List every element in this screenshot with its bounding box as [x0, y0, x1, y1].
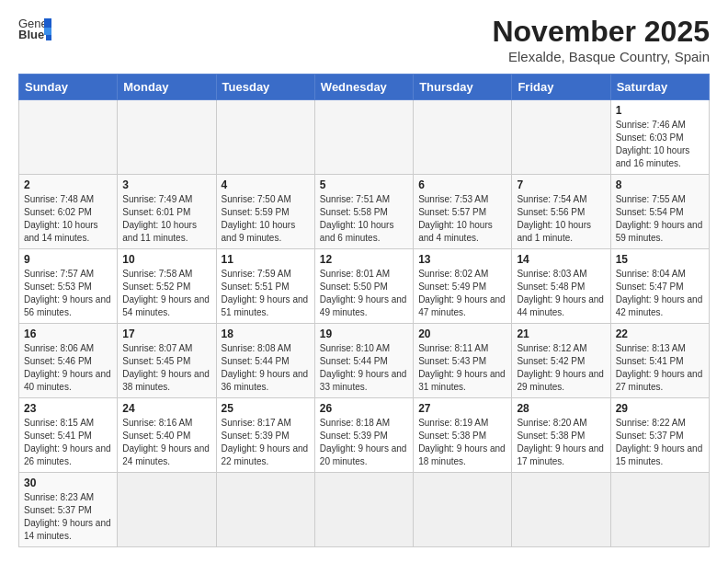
calendar-week-row: 2Sunrise: 7:48 AM Sunset: 6:02 PM Daylig… [19, 175, 710, 249]
svg-marker-3 [44, 28, 51, 35]
month-year: November 2025 [492, 15, 710, 49]
day-info: Sunrise: 7:55 AM Sunset: 5:54 PM Dayligh… [616, 193, 704, 245]
day-number: 15 [616, 253, 704, 266]
calendar-cell: 18Sunrise: 8:08 AM Sunset: 5:44 PM Dayli… [216, 324, 314, 398]
day-number: 2 [24, 178, 112, 191]
day-info: Sunrise: 7:48 AM Sunset: 6:02 PM Dayligh… [24, 193, 112, 245]
day-info: Sunrise: 7:58 AM Sunset: 5:52 PM Dayligh… [122, 268, 210, 319]
header: General Blue November 2025 Elexalde, Bas… [18, 15, 710, 64]
calendar-cell: 17Sunrise: 8:07 AM Sunset: 5:45 PM Dayli… [118, 324, 216, 398]
svg-marker-2 [44, 18, 51, 28]
day-info: Sunrise: 8:22 AM Sunset: 5:37 PM Dayligh… [616, 417, 704, 468]
day-number: 28 [517, 402, 605, 415]
calendar-cell: 2Sunrise: 7:48 AM Sunset: 6:02 PM Daylig… [19, 175, 118, 249]
day-info: Sunrise: 8:04 AM Sunset: 5:47 PM Dayligh… [616, 268, 704, 319]
calendar-cell [414, 100, 512, 175]
svg-marker-4 [46, 35, 51, 40]
calendar-cell: 12Sunrise: 8:01 AM Sunset: 5:50 PM Dayli… [314, 249, 413, 324]
day-number: 20 [418, 327, 506, 340]
day-number: 3 [122, 178, 210, 191]
weekday-header-sunday: Sunday [19, 75, 118, 100]
day-info: Sunrise: 8:23 AM Sunset: 5:37 PM Dayligh… [24, 491, 112, 543]
logo: General Blue [18, 15, 51, 40]
weekday-header-thursday: Thursday [414, 75, 512, 100]
calendar-cell [314, 473, 413, 547]
day-info: Sunrise: 8:10 AM Sunset: 5:44 PM Dayligh… [320, 342, 408, 394]
calendar-cell: 3Sunrise: 7:49 AM Sunset: 6:01 PM Daylig… [118, 175, 216, 249]
day-info: Sunrise: 8:11 AM Sunset: 5:43 PM Dayligh… [418, 342, 506, 394]
calendar-cell: 25Sunrise: 8:17 AM Sunset: 5:39 PM Dayli… [216, 398, 314, 473]
day-info: Sunrise: 8:18 AM Sunset: 5:39 PM Dayligh… [320, 417, 408, 468]
weekday-header-friday: Friday [512, 75, 610, 100]
weekday-header-row: SundayMondayTuesdayWednesdayThursdayFrid… [19, 75, 710, 100]
calendar-cell: 21Sunrise: 8:12 AM Sunset: 5:42 PM Dayli… [512, 324, 610, 398]
calendar-cell: 22Sunrise: 8:13 AM Sunset: 5:41 PM Dayli… [610, 324, 709, 398]
day-number: 7 [517, 178, 605, 191]
calendar-cell: 15Sunrise: 8:04 AM Sunset: 5:47 PM Dayli… [610, 249, 709, 324]
day-number: 23 [24, 402, 112, 415]
day-info: Sunrise: 8:13 AM Sunset: 5:41 PM Dayligh… [616, 342, 704, 394]
calendar-cell: 1Sunrise: 7:46 AM Sunset: 6:03 PM Daylig… [610, 100, 709, 175]
title-block: November 2025 Elexalde, Basque Country, … [492, 15, 710, 64]
calendar-cell: 9Sunrise: 7:57 AM Sunset: 5:53 PM Daylig… [19, 249, 118, 324]
weekday-header-saturday: Saturday [610, 75, 709, 100]
day-number: 25 [222, 402, 310, 415]
day-info: Sunrise: 7:57 AM Sunset: 5:53 PM Dayligh… [24, 268, 112, 319]
day-info: Sunrise: 8:07 AM Sunset: 5:45 PM Dayligh… [122, 342, 210, 394]
calendar-cell [118, 100, 216, 175]
calendar-cell: 23Sunrise: 8:15 AM Sunset: 5:41 PM Dayli… [19, 398, 118, 473]
day-number: 22 [616, 327, 704, 340]
calendar-cell [414, 473, 512, 547]
day-number: 13 [418, 253, 506, 266]
day-number: 4 [222, 178, 310, 191]
day-number: 11 [222, 253, 310, 266]
day-number: 10 [122, 253, 210, 266]
day-info: Sunrise: 8:03 AM Sunset: 5:48 PM Dayligh… [517, 268, 605, 319]
day-number: 14 [517, 253, 605, 266]
calendar-cell: 4Sunrise: 7:50 AM Sunset: 5:59 PM Daylig… [216, 175, 314, 249]
day-info: Sunrise: 7:53 AM Sunset: 5:57 PM Dayligh… [418, 193, 506, 245]
day-info: Sunrise: 8:19 AM Sunset: 5:38 PM Dayligh… [418, 417, 506, 468]
day-number: 17 [122, 327, 210, 340]
day-number: 5 [320, 178, 408, 191]
calendar-cell [118, 473, 216, 547]
calendar-week-row: 16Sunrise: 8:06 AM Sunset: 5:46 PM Dayli… [19, 324, 710, 398]
calendar-cell: 11Sunrise: 7:59 AM Sunset: 5:51 PM Dayli… [216, 249, 314, 324]
calendar-cell: 20Sunrise: 8:11 AM Sunset: 5:43 PM Dayli… [414, 324, 512, 398]
calendar-cell: 6Sunrise: 7:53 AM Sunset: 5:57 PM Daylig… [414, 175, 512, 249]
calendar-cell: 8Sunrise: 7:55 AM Sunset: 5:54 PM Daylig… [610, 175, 709, 249]
weekday-header-wednesday: Wednesday [314, 75, 413, 100]
day-number: 26 [320, 402, 408, 415]
calendar-cell [512, 473, 610, 547]
calendar-cell [512, 100, 610, 175]
day-number: 9 [24, 253, 112, 266]
calendar-week-row: 9Sunrise: 7:57 AM Sunset: 5:53 PM Daylig… [19, 249, 710, 324]
page: General Blue November 2025 Elexalde, Bas… [0, 0, 728, 562]
day-info: Sunrise: 7:51 AM Sunset: 5:58 PM Dayligh… [320, 193, 408, 245]
calendar-cell: 13Sunrise: 8:02 AM Sunset: 5:49 PM Dayli… [414, 249, 512, 324]
calendar-cell: 19Sunrise: 8:10 AM Sunset: 5:44 PM Dayli… [314, 324, 413, 398]
day-number: 12 [320, 253, 408, 266]
day-info: Sunrise: 8:15 AM Sunset: 5:41 PM Dayligh… [24, 417, 112, 468]
day-number: 27 [418, 402, 506, 415]
calendar-cell: 27Sunrise: 8:19 AM Sunset: 5:38 PM Dayli… [414, 398, 512, 473]
day-number: 21 [517, 327, 605, 340]
calendar-cell [216, 473, 314, 547]
calendar-cell: 14Sunrise: 8:03 AM Sunset: 5:48 PM Dayli… [512, 249, 610, 324]
calendar-cell: 29Sunrise: 8:22 AM Sunset: 5:37 PM Dayli… [610, 398, 709, 473]
day-info: Sunrise: 8:06 AM Sunset: 5:46 PM Dayligh… [24, 342, 112, 394]
calendar-cell: 26Sunrise: 8:18 AM Sunset: 5:39 PM Dayli… [314, 398, 413, 473]
day-info: Sunrise: 7:46 AM Sunset: 6:03 PM Dayligh… [616, 119, 704, 170]
generalblue-logo-icon: General Blue [18, 15, 51, 40]
calendar-cell [216, 100, 314, 175]
calendar-cell: 24Sunrise: 8:16 AM Sunset: 5:40 PM Dayli… [118, 398, 216, 473]
location: Elexalde, Basque Country, Spain [492, 49, 710, 64]
day-number: 30 [24, 477, 112, 489]
calendar-week-row: 23Sunrise: 8:15 AM Sunset: 5:41 PM Dayli… [19, 398, 710, 473]
day-number: 6 [418, 178, 506, 191]
calendar-cell [19, 100, 118, 175]
day-info: Sunrise: 8:01 AM Sunset: 5:50 PM Dayligh… [320, 268, 408, 319]
day-number: 18 [222, 327, 310, 340]
calendar-week-row: 1Sunrise: 7:46 AM Sunset: 6:03 PM Daylig… [19, 100, 710, 175]
day-number: 1 [616, 104, 704, 117]
